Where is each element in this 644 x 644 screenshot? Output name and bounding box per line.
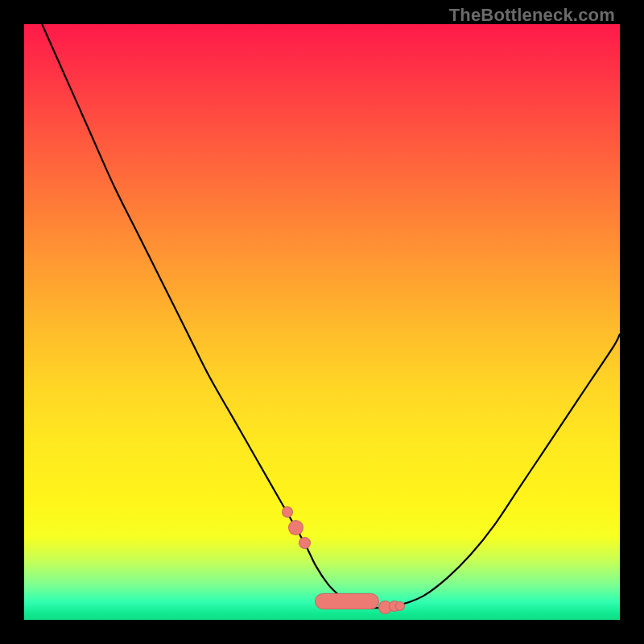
marker-circle-1 [288,520,303,535]
marker-circle-5 [395,601,405,611]
plot-area [24,24,620,620]
chart-frame: TheBottleneck.com [0,0,644,644]
optimal-zone-pill [315,593,379,609]
attribution-text: TheBottleneck.com [449,5,615,26]
optimal-markers [24,24,620,620]
marker-circle-2 [299,537,311,549]
marker-circle-0 [282,506,293,518]
